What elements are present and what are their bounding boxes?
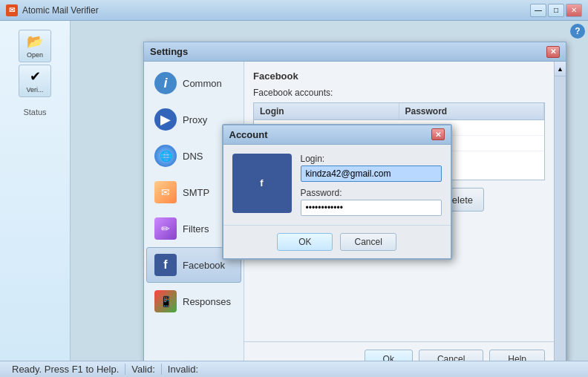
modal-overlay: Account ✕ f Login: Password: xyxy=(71,21,588,377)
title-bar: ✉ Atomic Mail Verifier — □ ✕ xyxy=(0,0,588,21)
left-panel: 📂 Open ✔ Veri... Status xyxy=(0,21,71,377)
modal-close-button[interactable]: ✕ xyxy=(431,128,445,140)
minimize-button[interactable]: — xyxy=(530,4,546,17)
password-input[interactable] xyxy=(301,200,442,216)
modal-ok-button[interactable]: OK xyxy=(277,233,333,251)
close-button[interactable]: ✕ xyxy=(566,4,582,17)
modal-title: Account xyxy=(229,129,268,140)
verify-button[interactable]: ✔ Veri... xyxy=(19,65,51,97)
facebook-logo: f xyxy=(232,154,292,213)
modal-title-bar: Account ✕ xyxy=(223,125,451,145)
app-body: 📂 Open ✔ Veri... Status Settings ✕ i xyxy=(0,21,588,377)
modal-fields: Login: Password: xyxy=(301,154,442,216)
modal-footer: OK Cancel xyxy=(223,225,451,258)
modal-cancel-button[interactable]: Cancel xyxy=(340,233,396,251)
open-button[interactable]: 📂 Open xyxy=(19,30,51,62)
app-icon: ✉ xyxy=(6,4,18,16)
password-label: Password: xyxy=(301,188,442,198)
login-input[interactable] xyxy=(301,165,442,182)
status-label: Status xyxy=(23,108,46,117)
maximize-button[interactable]: □ xyxy=(548,4,564,17)
window-controls: — □ ✕ xyxy=(530,4,582,17)
account-modal: Account ✕ f Login: Password: xyxy=(222,124,452,260)
modal-body: f Login: Password: xyxy=(223,145,451,225)
app-title: Atomic Mail Verifier xyxy=(22,5,99,16)
login-label: Login: xyxy=(301,154,442,164)
